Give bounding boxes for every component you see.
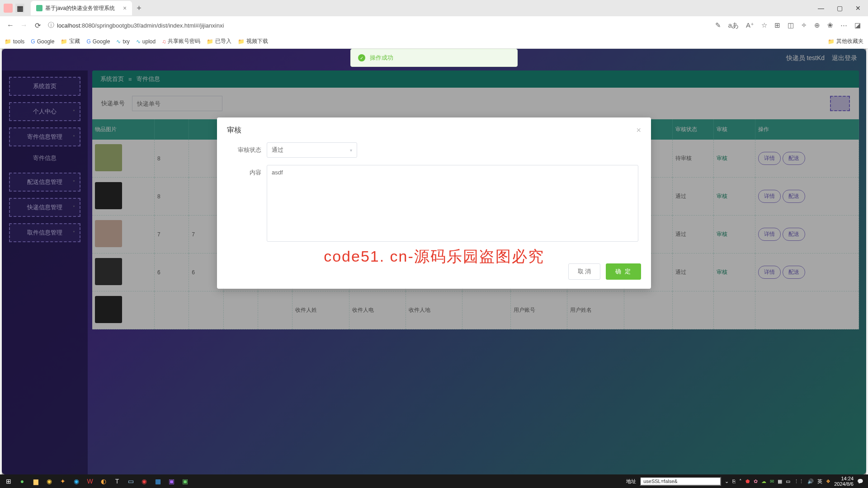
taskbar-app-icon[interactable]: ◉ <box>137 475 151 487</box>
start-button[interactable]: ⊞ <box>2 475 15 487</box>
vue-logo-icon <box>36 5 42 11</box>
collections-icon[interactable]: ✧ <box>801 21 807 30</box>
bookmark-item[interactable]: 📁视频下载 <box>238 38 268 45</box>
address-bar: ← → ⟳ ⓘ localhost:8080/springbootgbu3f/a… <box>0 16 868 34</box>
bookmark-item[interactable]: GGoogle <box>31 38 54 45</box>
sidebar-toggle-icon[interactable]: ◪ <box>854 21 861 30</box>
tray-icon[interactable]: ▦ <box>778 479 782 484</box>
favorite-icon[interactable]: ☆ <box>761 21 767 30</box>
taskbar-copy-icon[interactable]: ⎘ <box>732 479 736 484</box>
close-tab-icon[interactable]: × <box>123 5 127 12</box>
nav-reload-icon[interactable]: ⟳ <box>31 21 44 30</box>
browser-tab-bar: ▦ 基于java的快递业务管理系统 × + — ▢ ✕ <box>0 0 868 16</box>
chevron-down-icon: ▾ <box>350 148 352 153</box>
extensions-icon[interactable]: ⊞ <box>774 21 780 30</box>
ime-icon[interactable]: ❖ <box>826 479 830 484</box>
tab-title: 基于java的快递业务管理系统 <box>45 5 115 12</box>
audit-status-select[interactable]: 通过 ▾ <box>267 142 357 158</box>
taskbar-app-icon[interactable]: ● <box>15 475 29 487</box>
taskbar-app-icon[interactable]: T <box>110 475 124 487</box>
taskbar-app-icon[interactable]: ▭ <box>124 475 137 487</box>
audit-content-textarea[interactable] <box>267 165 638 242</box>
confirm-button[interactable]: 确 定 <box>606 263 641 280</box>
taskbar-app-icon[interactable]: ▣ <box>178 475 192 487</box>
file-explorer-icon[interactable]: ▆ <box>29 475 42 487</box>
taskbar-app-icon[interactable]: ▦ <box>151 475 165 487</box>
bookmark-other-folder[interactable]: 📁其他收藏夹 <box>828 38 863 45</box>
audit-modal: 审核 × 审核状态 通过 ▾ 内容 取 消 确 定 <box>217 117 651 289</box>
profile-avatar-icon[interactable] <box>4 4 13 13</box>
bookmark-item[interactable]: 📁tools <box>5 38 24 45</box>
windows-taskbar: ⊞ ● ▆ ◉ ✦ ◉ W ◐ T ▭ ◉ ▦ ▣ ▣ 地址 ⌄ ⎘ ˄ ⬟ ✿… <box>0 474 868 488</box>
nav-forward-icon: → <box>17 21 31 29</box>
taskbar-dropdown-icon[interactable]: ⌄ <box>725 479 729 484</box>
check-circle-icon: ✓ <box>358 54 365 61</box>
split-screen-icon[interactable]: ◫ <box>788 21 794 30</box>
tray-chevron-icon[interactable]: ˄ <box>739 479 742 484</box>
site-info-icon[interactable]: ⓘ <box>48 21 54 29</box>
tray-icon[interactable]: ✉ <box>770 479 774 484</box>
bookmark-item[interactable]: GGoogle <box>86 38 110 45</box>
tray-icon[interactable]: ☁ <box>761 479 766 484</box>
url-input[interactable]: ⓘ localhost:8080/springbootgbu3f/admin/d… <box>48 19 712 32</box>
close-icon[interactable]: × <box>636 126 641 135</box>
window-maximize-icon[interactable]: ▢ <box>837 5 843 12</box>
volume-icon[interactable]: 🔊 <box>807 479 814 484</box>
chrome-icon[interactable]: ◉ <box>42 475 56 487</box>
downloads-icon[interactable]: ⊕ <box>814 21 820 30</box>
edge-icon[interactable]: ◉ <box>70 475 83 487</box>
tray-icon[interactable]: ✿ <box>754 479 758 484</box>
tray-icon[interactable]: ⬟ <box>745 479 750 484</box>
bookmark-item[interactable]: ♫共享账号密码 <box>162 38 200 45</box>
taskbar-app-icon[interactable]: ✦ <box>56 475 70 487</box>
bookmark-item[interactable]: 📁已导入 <box>207 38 231 45</box>
profile-icon[interactable]: ❀ <box>827 21 833 30</box>
bookmark-item[interactable]: ∿txy <box>116 38 129 45</box>
content-label: 内容 <box>230 165 261 177</box>
wifi-icon[interactable]: ⋮⋮ <box>794 479 804 484</box>
cancel-button[interactable]: 取 消 <box>568 263 601 280</box>
taskbar-app-icon[interactable]: W <box>83 475 97 487</box>
window-minimize-icon[interactable]: — <box>818 5 824 12</box>
taskbar-clock[interactable]: 14:242024/8/6 <box>834 476 854 487</box>
taskbar-addr-input[interactable] <box>640 477 721 486</box>
taskbar-app-icon[interactable]: ▣ <box>165 475 178 487</box>
taskbar-addr-label: 地址 <box>626 478 636 485</box>
browser-tab[interactable]: 基于java的快递业务管理系统 × <box>31 1 132 15</box>
translate-icon[interactable]: aあ <box>728 21 739 30</box>
taskbar-app-icon[interactable]: ◐ <box>97 475 110 487</box>
window-close-icon[interactable]: ✕ <box>855 5 861 12</box>
notifications-icon[interactable]: 💬 <box>857 479 863 484</box>
success-toast: ✓ 操作成功 <box>350 49 518 67</box>
read-aloud-icon[interactable]: A⁺ <box>746 21 754 30</box>
tab-overview-icon[interactable]: ▦ <box>15 4 24 13</box>
edit-icon[interactable]: ✎ <box>715 21 721 30</box>
toast-text: 操作成功 <box>370 54 393 62</box>
modal-title: 审核 <box>227 126 241 135</box>
nav-back-icon[interactable]: ← <box>4 21 17 29</box>
new-tab-button[interactable]: + <box>137 4 142 13</box>
bookmark-item[interactable]: 📁宝藏 <box>61 38 80 45</box>
tray-icon[interactable]: ▭ <box>786 479 790 484</box>
ime-indicator[interactable]: 英 <box>817 478 822 485</box>
bookmark-item[interactable]: ∿uplod <box>136 38 156 45</box>
status-label: 审核状态 <box>230 142 261 154</box>
bookmark-bar: 📁tools GGoogle 📁宝藏 GGoogle ∿txy ∿uplod ♫… <box>0 34 868 49</box>
more-icon[interactable]: ⋯ <box>840 21 847 30</box>
